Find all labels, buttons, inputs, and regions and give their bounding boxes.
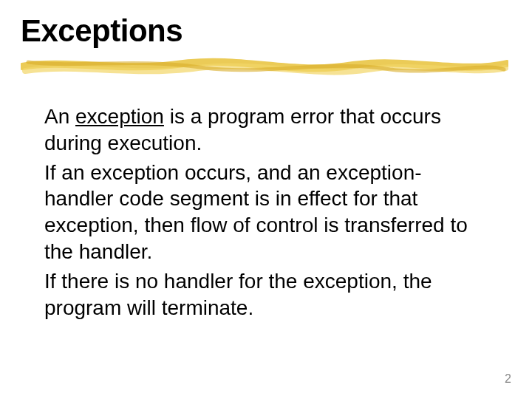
- p1-pre: An: [44, 105, 75, 128]
- slide: Exceptions An exception is a program err…: [0, 0, 532, 399]
- p1-underlined-term: exception: [75, 105, 164, 128]
- page-number: 2: [505, 372, 511, 386]
- paragraph-1: An exception is a program error that occ…: [44, 103, 473, 157]
- paragraph-3: If there is no handler for the exception…: [44, 268, 473, 321]
- page-title: Exceptions: [21, 13, 183, 49]
- body-text: An exception is a program error that occ…: [44, 103, 473, 324]
- paragraph-2: If an exception occurs, and an exception…: [44, 160, 473, 265]
- title-underline-brush: [21, 53, 508, 80]
